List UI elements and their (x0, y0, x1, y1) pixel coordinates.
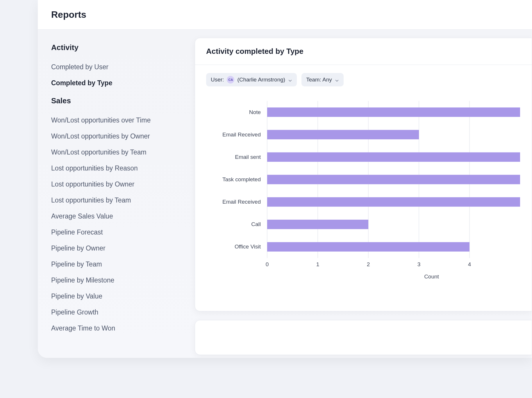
sidebar-item[interactable]: Won/Lost opportunities over Time (51, 112, 181, 128)
bar[interactable] (267, 152, 520, 162)
sidebar-item[interactable]: Won/Lost opportunities by Team (51, 144, 181, 160)
chart-area: 01234NoteEmail ReceivedEmail sentTask co… (195, 89, 532, 294)
sidebar-item[interactable]: Completed by User (51, 59, 181, 75)
filter-user-name: (Charlie Armstrong) (237, 77, 285, 83)
x-tick-label: 1 (316, 261, 319, 267)
body: ActivityCompleted by UserCompleted by Ty… (38, 30, 532, 358)
filter-team[interactable]: Team: Any (301, 73, 344, 86)
sidebar-item[interactable]: Lost opportunities by Owner (51, 176, 181, 192)
chart-title: Activity completed by Type (206, 47, 521, 56)
bar[interactable] (267, 130, 419, 139)
x-tick-label: 3 (417, 261, 421, 267)
x-tick-label: 2 (367, 261, 370, 267)
x-tick-label: 0 (266, 261, 269, 267)
y-tick-label: Task completed (222, 176, 261, 182)
chart-card: Activity completed by Type User: CA (Cha… (195, 38, 532, 311)
filter-user[interactable]: User: CA (Charlie Armstrong) (206, 73, 297, 86)
page-title: Reports (51, 9, 519, 20)
sidebar-item[interactable]: Pipeline Growth (51, 304, 181, 320)
x-axis-title: Count (424, 273, 439, 280)
y-tick-label: Note (249, 109, 261, 115)
content: Activity completed by Type User: CA (Cha… (195, 30, 532, 358)
y-tick-label: Email Received (222, 132, 261, 138)
bar[interactable] (267, 175, 520, 184)
avatar-badge: CA (227, 76, 234, 83)
main-card: Reports ActivityCompleted by UserComplet… (38, 0, 532, 358)
sidebar-item[interactable]: Lost opportunities by Team (51, 192, 181, 208)
sidebar-item[interactable]: Won/Lost opportunities by Owner (51, 128, 181, 144)
bar[interactable] (267, 107, 520, 117)
bar-chart: 01234NoteEmail ReceivedEmail sentTask co… (206, 98, 532, 284)
chevron-down-icon (288, 78, 292, 82)
sidebar-item[interactable]: Pipeline by Owner (51, 240, 181, 256)
sidebar: ActivityCompleted by UserCompleted by Ty… (38, 30, 195, 358)
sidebar-item[interactable]: Completed by Type (51, 75, 181, 91)
sidebar-item[interactable]: Pipeline Forecast (51, 224, 181, 240)
bar[interactable] (267, 197, 520, 207)
sidebar-item[interactable]: Pipeline by Milestone (51, 272, 181, 288)
chart-header: Activity completed by Type (195, 38, 532, 65)
filter-team-label: Team: Any (306, 77, 332, 83)
y-tick-label: Call (251, 221, 261, 227)
sidebar-item[interactable]: Pipeline by Team (51, 256, 181, 272)
bar[interactable] (267, 220, 368, 229)
sidebar-item[interactable]: Pipeline by Value (51, 288, 181, 304)
filter-user-label: User: (211, 77, 224, 83)
y-tick-label: Email sent (235, 154, 261, 160)
bar[interactable] (267, 242, 469, 251)
filters: User: CA (Charlie Armstrong) Team: Any (195, 65, 532, 89)
sidebar-item[interactable]: Average Sales Value (51, 208, 181, 224)
chevron-down-icon (335, 78, 339, 82)
header: Reports (38, 0, 532, 30)
y-tick-label: Email Received (222, 199, 261, 205)
sidebar-item[interactable]: Lost opportunities by Reason (51, 160, 181, 176)
section-title: Sales (51, 96, 181, 105)
x-tick-label: 4 (468, 261, 471, 267)
sidebar-item[interactable]: Average Time to Won (51, 320, 181, 336)
section-title: Activity (51, 43, 181, 52)
y-tick-label: Office Visit (235, 244, 261, 250)
secondary-card (195, 320, 532, 355)
